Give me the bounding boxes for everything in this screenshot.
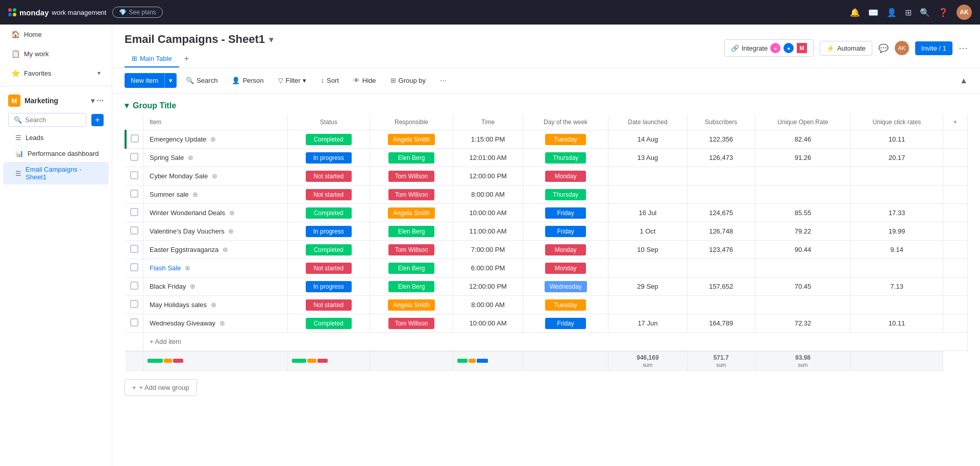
item-action-icon[interactable]: ⊕ [219, 319, 225, 327]
tab-main-table[interactable]: ⊞ Main Table [125, 51, 179, 67]
row-checkbox[interactable] [130, 226, 138, 235]
tab-add-button[interactable]: + [179, 50, 194, 67]
item-action-icon[interactable]: ⊕ [188, 154, 193, 161]
see-plans-button[interactable]: 💎 See plans [112, 7, 162, 18]
status-badge[interactable]: Completed [306, 134, 352, 145]
invite-button[interactable]: Invite / 1 [915, 41, 952, 55]
row-checkbox[interactable] [130, 190, 138, 198]
item-action-icon[interactable]: ⊕ [223, 246, 228, 253]
status-badge[interactable]: Not started [306, 299, 352, 311]
item-action-icon[interactable]: ⊕ [212, 172, 217, 180]
day-badge[interactable]: Thursday [545, 152, 586, 164]
search-icon[interactable]: 🔍 [920, 8, 930, 17]
day-badge[interactable]: Tuesday [545, 134, 586, 145]
person-badge[interactable]: Elen Berg [388, 152, 434, 164]
day-badge[interactable]: Friday [545, 226, 586, 237]
sidebar-item-home[interactable]: 🏠 Home [3, 26, 109, 43]
person-badge[interactable]: Elen Berg [388, 281, 434, 292]
sidebar-item-email-campaigns[interactable]: ☰ Email Campaigns - Sheet1 [3, 162, 109, 184]
day-badge[interactable]: Friday [545, 207, 586, 219]
person-badge[interactable]: Elen Berg [388, 226, 434, 237]
new-item-button[interactable]: New item ▾ [125, 73, 177, 88]
more-toolbar-button[interactable]: ⋯ [435, 73, 452, 88]
notifications-icon[interactable]: 🔔 [850, 8, 860, 17]
row-checkbox[interactable] [131, 134, 139, 143]
item-action-icon[interactable]: ⊕ [210, 135, 216, 143]
sidebar-item-performance[interactable]: 📊 Performance dashboard [3, 146, 109, 161]
item-action-icon[interactable]: ⊕ [190, 283, 195, 290]
search-button[interactable]: 🔍 Search [181, 73, 223, 88]
filter-button[interactable]: ▽ Filter ▾ [273, 73, 312, 88]
day-badge[interactable]: Wednesday [545, 281, 587, 292]
group-title[interactable]: ▾ Group Title [125, 94, 968, 114]
row-checkbox[interactable] [130, 300, 138, 308]
day-badge[interactable]: Friday [545, 318, 586, 329]
item-action-icon[interactable]: ⊕ [192, 191, 198, 198]
row-checkbox[interactable] [130, 153, 138, 161]
chat-icon[interactable]: 💬 [878, 43, 889, 53]
person-badge[interactable]: Tom Willson [388, 244, 434, 255]
day-badge[interactable]: Monday [545, 263, 586, 274]
row-responsible: Elen Berg [370, 149, 453, 167]
person-badge[interactable]: Angela Smith [388, 207, 434, 219]
user-avatar[interactable]: AK [957, 5, 972, 20]
item-link[interactable]: Flash Sale [150, 264, 181, 272]
invite-icon[interactable]: 👤 [887, 8, 897, 17]
sidebar-item-favorites[interactable]: ⭐ Favorites ▾ [3, 64, 109, 82]
row-checkbox[interactable] [130, 282, 138, 290]
person-badge[interactable]: Angela Smith [388, 299, 434, 311]
row-checkbox[interactable] [130, 245, 138, 253]
add-new-group-button[interactable]: + + Add new group [125, 379, 197, 396]
sidebar-search-input[interactable] [25, 116, 81, 124]
status-badge[interactable]: Not started [306, 171, 352, 182]
status-badge[interactable]: Not started [306, 189, 352, 200]
add-item-row[interactable]: + Add item [126, 333, 968, 351]
day-badge[interactable]: Tuesday [545, 299, 586, 311]
person-badge[interactable]: Tom Willson [388, 171, 434, 182]
item-action-icon[interactable]: ⊕ [185, 264, 190, 272]
collapse-icon[interactable]: ▲ [960, 76, 968, 85]
status-badge[interactable]: Completed [306, 244, 352, 255]
help-icon[interactable]: ❓ [938, 8, 948, 17]
status-badge[interactable]: Completed [306, 207, 352, 219]
item-action-icon[interactable]: ⊕ [229, 209, 235, 217]
sidebar-item-leads[interactable]: ☰ Leads [3, 130, 109, 145]
workspace-header[interactable]: M Marketing ▾ ⋯ [0, 89, 112, 110]
automate-button[interactable]: ⚡ Automate [820, 41, 872, 56]
day-badge[interactable]: Monday [545, 171, 586, 182]
item-action-icon[interactable]: ⊕ [228, 227, 234, 235]
person-button[interactable]: 👤 Person [227, 73, 268, 88]
person-badge[interactable]: Elen Berg [388, 263, 434, 274]
status-badge[interactable]: In progress [306, 152, 352, 164]
sidebar-search-box[interactable]: 🔍 [8, 113, 86, 127]
row-checkbox[interactable] [130, 171, 138, 179]
row-day: Monday [523, 241, 608, 259]
row-checkbox[interactable] [130, 318, 138, 327]
status-badge[interactable]: Not started [306, 263, 352, 274]
more-options-icon[interactable]: ⋯ [959, 42, 968, 54]
new-item-chevron-icon[interactable]: ▾ [164, 73, 177, 88]
status-badge[interactable]: In progress [306, 281, 352, 292]
more-icon[interactable]: ⋯ [96, 97, 104, 105]
person-badge[interactable]: Tom Willson [388, 189, 434, 200]
row-checkbox[interactable] [130, 263, 138, 271]
person-badge[interactable]: Angela Smith [388, 134, 434, 145]
status-badge[interactable]: Completed [306, 318, 352, 329]
header-add-col[interactable]: + [943, 114, 967, 130]
integrate-button[interactable]: 🔗 Integrate ● ● M [724, 39, 814, 57]
apps-icon[interactable]: ⊞ [905, 8, 912, 17]
sort-button[interactable]: ↕ Sort [315, 73, 344, 88]
group-by-button[interactable]: ⊞ Group by [385, 73, 431, 88]
add-page-button[interactable]: + [91, 114, 104, 126]
person-badge[interactable]: Tom Willson [388, 318, 434, 329]
title-chevron-icon[interactable]: ▾ [269, 35, 273, 44]
day-badge[interactable]: Monday [545, 244, 586, 255]
status-badge[interactable]: In progress [306, 226, 352, 237]
day-badge[interactable]: Thursday [545, 189, 586, 200]
item-action-icon[interactable]: ⊕ [211, 301, 216, 309]
row-checkbox[interactable] [130, 208, 138, 216]
sidebar-item-mywork[interactable]: 📋 My work [3, 45, 109, 62]
add-item-cell[interactable]: + Add item [143, 333, 968, 351]
inbox-icon[interactable]: ✉️ [868, 8, 878, 17]
hide-button[interactable]: 👁 Hide [348, 73, 381, 88]
